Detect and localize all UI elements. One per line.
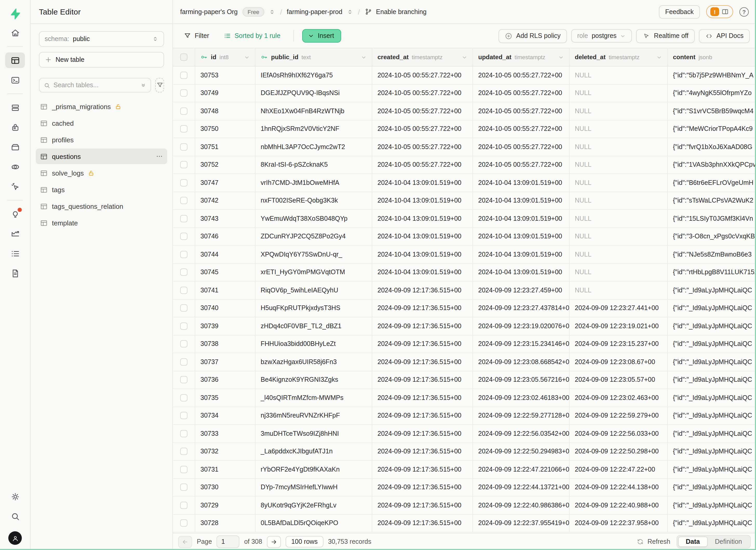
cell-created_at[interactable]: 2024-09-09 12:17:36.515+00 (372, 497, 473, 514)
cell-created_at[interactable]: 2024-09-09 12:17:36.515+00 (372, 371, 473, 388)
cell-deleted_at[interactable]: 2024-09-09 12:22:44.138+00 (570, 479, 668, 496)
cell-content[interactable]: {"id":"_Id9aLyJpMHQLaiQC (668, 281, 756, 299)
cell-content[interactable]: {"id":"3-O8cn_xPgs0cVxqKB (668, 228, 756, 245)
realtime-icon[interactable] (5, 179, 25, 194)
column-menu-icon[interactable] (462, 54, 467, 60)
row-checkbox[interactable] (180, 233, 187, 240)
advisors-icon[interactable] (5, 206, 25, 222)
supabase-logo-icon[interactable] (5, 5, 25, 23)
column-menu-icon[interactable] (244, 54, 250, 60)
cell-created_at[interactable]: 2024-10-04 13:09:01.519+00 (372, 192, 473, 209)
cell-id[interactable]: 30753 (195, 66, 255, 84)
cell-deleted_at[interactable]: 2024-09-09 12:22:40.988+00 (570, 497, 668, 514)
cell-public_id[interactable]: _l40sQIRTmMZfcm-MWMPs (255, 389, 372, 406)
cell-id[interactable]: 30728 (195, 514, 255, 532)
filter-button[interactable]: Filter (179, 30, 214, 42)
cell-deleted_at[interactable]: 2024-09-09 12:22:56.033+00 (570, 425, 668, 442)
row-checkbox[interactable] (180, 108, 187, 115)
cell-updated_at[interactable]: 2024-10-05 00:55:27.722+00 (473, 138, 570, 156)
cell-updated_at[interactable]: 2024-09-09 12:23:27.459+00 (473, 281, 570, 299)
sidebar-item-table-tags_questions_relation[interactable]: tags_questions_relation (36, 198, 167, 214)
cell-deleted_at[interactable]: 2024-09-09 12:23:19.021+00 (570, 317, 668, 335)
cell-content[interactable]: {"id":"_Id9aLyJpMHQLaiQC (668, 371, 756, 388)
column-header-public_id[interactable]: public_idtext (255, 48, 372, 66)
cell-content[interactable]: {"id":"4wyNgK55lOfrpmYZo (668, 84, 756, 102)
cell-content[interactable]: {"id":"1VASb3phnXXkQPCpv (668, 156, 756, 173)
cell-id[interactable]: 30746 (195, 228, 255, 245)
cell-public_id[interactable]: NhXEo1Xw04FnB4RzWTNjb (255, 102, 372, 120)
tab-definition[interactable]: Definition (708, 537, 749, 546)
cell-public_id[interactable]: ZDCunRYJP2CQ5Z8Po2Gy4 (255, 228, 372, 245)
next-page-button[interactable] (267, 536, 281, 548)
cell-id[interactable]: 30729 (195, 497, 255, 514)
cell-created_at[interactable]: 2024-10-05 00:55:27.722+00 (372, 120, 473, 138)
cell-content[interactable]: {"id":"15LSIyT0JGMf3Kl4Vn (668, 210, 756, 227)
row-checkbox[interactable] (180, 394, 187, 401)
cell-content[interactable]: {"id":"_Id9aLyJpMHQLaiQC (668, 407, 756, 424)
cell-updated_at[interactable]: 2024-10-04 13:09:01.519+00 (473, 246, 570, 263)
cell-created_at[interactable]: 2024-09-09 12:17:36.515+00 (372, 443, 473, 460)
cell-id[interactable]: 30742 (195, 192, 255, 209)
help-icon[interactable]: ? (739, 7, 749, 16)
cell-created_at[interactable]: 2024-09-09 12:17:36.515+00 (372, 317, 473, 335)
column-menu-icon[interactable] (361, 54, 367, 60)
cell-content[interactable]: {"id":"_Id9aLyJpMHQLaiQC (668, 299, 756, 317)
cell-created_at[interactable]: 2024-10-05 00:55:27.722+00 (372, 102, 473, 120)
cell-created_at[interactable]: 2024-10-04 13:09:01.519+00 (372, 228, 473, 245)
row-checkbox[interactable] (180, 340, 187, 348)
cell-content[interactable]: {"id":"rtHbLpgB8V11LUK7152 (668, 264, 756, 281)
cell-public_id[interactable]: 3muDHTceTWso9IZj8hHNI (255, 425, 372, 442)
sidebar-item-table-template[interactable]: template (36, 215, 167, 231)
cell-public_id[interactable]: DYp-7mcyMSIrHefLYIwwH (255, 479, 372, 496)
add-rls-policy-button[interactable]: Add RLS policy (498, 29, 567, 43)
cell-deleted_at[interactable]: 2024-09-09 12:23:05.57+00 (570, 371, 668, 388)
logs-icon[interactable] (5, 246, 25, 261)
cell-deleted_at[interactable]: NULL (570, 156, 668, 173)
chevron-double-down-icon[interactable] (140, 82, 146, 88)
cell-content[interactable]: {"id":"_Id9aLyJpMHQLaiQC (668, 317, 756, 335)
reports-icon[interactable] (5, 226, 25, 242)
cell-deleted_at[interactable]: NULL (570, 192, 668, 209)
project-breadcrumb[interactable]: farming-paper-prod (287, 8, 342, 15)
cell-id[interactable]: 30747 (195, 174, 255, 191)
cell-id[interactable]: 30730 (195, 479, 255, 496)
column-header-updated_at[interactable]: updated_attimestamptz (473, 48, 570, 66)
cell-public_id[interactable]: 1hnRQjxSRm2V0VticY2NF (255, 120, 372, 138)
row-checkbox[interactable] (180, 376, 187, 384)
cell-content[interactable]: {"id":"S1vrVC5BrB59wqcM4 (668, 102, 756, 120)
cell-id[interactable]: 30737 (195, 353, 255, 371)
cell-public_id[interactable]: 8KraI-tSI-6-pSZcknaK5 (255, 156, 372, 173)
cell-updated_at[interactable]: 2024-09-09 12:22:40.986386+00 (473, 497, 570, 514)
cell-public_id[interactable]: 8yUKotr9qGYjK2eFRhgLv (255, 497, 372, 514)
row-checkbox[interactable] (180, 520, 187, 527)
cell-public_id[interactable]: bzwXazHgax6UIR58j6Fn3 (255, 353, 372, 371)
cell-updated_at[interactable]: 2024-09-09 12:23:02.46183+00 (473, 389, 570, 406)
auth-icon[interactable] (5, 119, 25, 135)
cell-created_at[interactable]: 2024-09-09 12:17:36.515+00 (372, 353, 473, 371)
cell-updated_at[interactable]: 2024-09-09 12:22:47.221066+00 (473, 461, 570, 478)
cell-content[interactable]: {"id":"_Id9aLyJpMHQLaiQC (668, 461, 756, 478)
cell-created_at[interactable]: 2024-10-05 00:55:27.722+00 (372, 138, 473, 156)
cell-updated_at[interactable]: 2024-09-09 12:23:05.567216+00 (473, 371, 570, 388)
cell-public_id[interactable]: vrIh7CMD-JtM1bOweMHfA (255, 174, 372, 191)
cell-public_id[interactable]: nbMhHL3AP7OcCJymc2wT2 (255, 138, 372, 156)
cell-updated_at[interactable]: 2024-09-09 12:22:37.955419+00 (473, 514, 570, 532)
cell-updated_at[interactable]: 2024-09-09 12:23:08.668542+00 (473, 353, 570, 371)
row-checkbox[interactable] (180, 466, 187, 473)
row-checkbox[interactable] (180, 125, 187, 133)
database-icon[interactable] (5, 100, 25, 115)
home-icon[interactable] (5, 25, 25, 41)
cell-id[interactable]: 30744 (195, 246, 255, 263)
api-docs-button[interactable]: API Docs (699, 29, 750, 43)
cell-deleted_at[interactable]: NULL (570, 174, 668, 191)
sidebar-item-table-_prisma_migrations[interactable]: _prisma_migrations (36, 99, 167, 114)
cell-deleted_at[interactable]: NULL (570, 228, 668, 245)
cell-id[interactable]: 30739 (195, 317, 255, 335)
select-all-checkbox[interactable] (180, 53, 187, 61)
cell-created_at[interactable]: 2024-10-04 13:09:01.519+00 (372, 210, 473, 227)
cell-deleted_at[interactable]: 2024-09-09 12:22:37.958+00 (570, 514, 668, 532)
cell-created_at[interactable]: 2024-09-09 12:17:36.515+00 (372, 425, 473, 442)
row-checkbox[interactable] (180, 215, 187, 222)
cell-id[interactable]: 30752 (195, 156, 255, 173)
cell-content[interactable]: {"id":"fvrQ1bXoJ6XaAD08G (668, 138, 756, 156)
